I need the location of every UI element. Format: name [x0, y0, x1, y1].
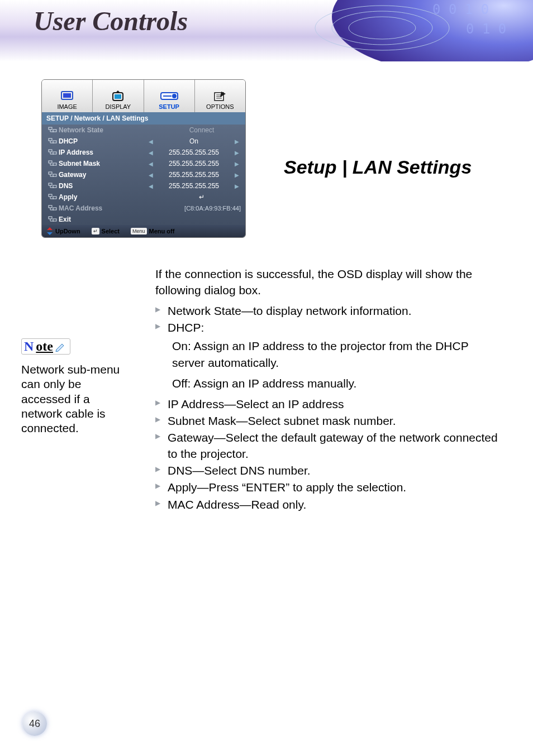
- svg-rect-22: [53, 152, 56, 154]
- tab-label: DISPLAY: [106, 103, 131, 110]
- row-icon: [46, 160, 59, 168]
- row-label: MAC Address: [59, 204, 151, 212]
- row-label: Subnet Mask: [59, 160, 147, 168]
- osd-row[interactable]: IP Address◀255.255.255.255▶: [42, 147, 245, 158]
- svg-text:0 1 0: 0 1 0: [466, 21, 506, 37]
- svg-rect-24: [53, 163, 56, 165]
- footer-updown: UpDown: [55, 228, 80, 235]
- osd-row[interactable]: Exit: [42, 214, 245, 225]
- osd-body: Network StateConnectDHCP◀On▶IP Address◀2…: [42, 125, 245, 225]
- list-item: Gateway—Select the default gateway of th…: [155, 430, 499, 462]
- list-item: IP Address—Select an IP address: [155, 396, 499, 412]
- select-key-icon: ↵: [92, 228, 99, 235]
- svg-rect-9: [115, 94, 121, 99]
- arrow-right-icon[interactable]: ▶: [233, 172, 241, 178]
- svg-rect-31: [49, 205, 52, 208]
- svg-rect-26: [53, 174, 56, 176]
- row-label: DNS: [59, 182, 147, 190]
- arrow-right-icon[interactable]: ▶: [233, 150, 241, 156]
- osd-row[interactable]: MAC Address[C8:0A:A9:93:FB:44]: [42, 203, 245, 214]
- row-icon: [46, 171, 59, 179]
- svg-rect-17: [49, 127, 52, 130]
- svg-rect-21: [49, 150, 52, 152]
- osd-breadcrumb: SETUP / Network / LAN Settings: [42, 112, 245, 125]
- menu-key-icon: Menu: [131, 228, 147, 235]
- svg-rect-30: [53, 197, 56, 199]
- list-item: Subnet Mask—Select subnet mask number.: [155, 413, 499, 429]
- page-title: User Controls: [34, 6, 188, 36]
- arrow-right-icon[interactable]: ▶: [233, 183, 241, 189]
- tab-label: OPTIONS: [206, 103, 234, 110]
- note-box: Note Network sub-menu can only be access…: [21, 338, 133, 514]
- osd-row[interactable]: Apply↵: [42, 192, 245, 203]
- row-icon: [46, 137, 59, 145]
- list-item: Network State—to display network informa…: [155, 303, 499, 319]
- svg-rect-32: [53, 208, 56, 210]
- tab-options[interactable]: OPTIONS: [195, 80, 245, 112]
- row-value: [C8:0A:A9:93:FB:44]: [151, 205, 241, 212]
- note-text: Network sub-menu can only be accessed if…: [21, 362, 133, 436]
- row-value: 255.255.255.255: [155, 182, 233, 190]
- row-value: ↵: [163, 193, 241, 201]
- row-value: 255.255.255.255: [155, 160, 233, 168]
- note-label: Note: [21, 338, 70, 355]
- arrow-left-icon[interactable]: ◀: [147, 138, 155, 145]
- footer-menuoff: Menu off: [149, 228, 175, 235]
- row-icon: [46, 182, 59, 190]
- page-number: 46: [22, 711, 47, 736]
- pencil-icon: [55, 342, 66, 352]
- osd-row[interactable]: Network StateConnect: [42, 125, 245, 136]
- svg-rect-20: [53, 141, 56, 143]
- svg-rect-34: [53, 219, 56, 221]
- arrow-left-icon[interactable]: ◀: [147, 150, 155, 156]
- list-item: DNS—Select DNS number.: [155, 463, 499, 479]
- list-item: MAC Address—Read only.: [155, 497, 499, 513]
- arrow-right-icon[interactable]: ▶: [233, 138, 241, 145]
- tab-display[interactable]: DISPLAY: [93, 80, 144, 112]
- row-value: Connect: [163, 126, 241, 134]
- svg-rect-25: [49, 172, 52, 174]
- svg-rect-18: [53, 130, 56, 132]
- header-band: User Controls 0 0 1 0 0 1 0: [0, 0, 533, 61]
- row-icon: [46, 149, 59, 156]
- osd-tab-row: IMAGE DISPLAY SETUP OPTIONS: [42, 80, 245, 112]
- header-decoration: 0 0 1 0 0 1 0: [276, 0, 533, 61]
- list-item: Apply—Press “ENTER” to apply the selecti…: [155, 480, 499, 495]
- tab-image[interactable]: IMAGE: [42, 80, 93, 112]
- arrow-left-icon[interactable]: ◀: [147, 183, 155, 189]
- svg-point-12: [172, 94, 177, 98]
- setup-icon: [160, 89, 178, 103]
- options-icon: [213, 89, 227, 103]
- arrow-left-icon[interactable]: ◀: [147, 172, 155, 178]
- osd-panel: IMAGE DISPLAY SETUP OPTIONS SETUP / Netw…: [41, 79, 246, 238]
- row-value: On: [155, 137, 233, 145]
- osd-row[interactable]: DNS◀255.255.255.255▶: [42, 180, 245, 192]
- row-label: Gateway: [59, 171, 147, 179]
- arrow-left-icon[interactable]: ◀: [147, 161, 155, 167]
- section-title: Setup | LAN Settings: [284, 156, 472, 178]
- osd-footer: UpDown ↵ Select Menu Menu off: [42, 225, 245, 237]
- tab-label: SETUP: [159, 103, 179, 110]
- svg-text:0 0 1 0: 0 0 1 0: [432, 2, 489, 17]
- footer-select: Select: [102, 228, 120, 235]
- osd-row[interactable]: DHCP◀On▶: [42, 136, 245, 147]
- osd-row[interactable]: Subnet Mask◀255.255.255.255▶: [42, 158, 245, 169]
- svg-rect-7: [63, 93, 71, 98]
- tab-label: IMAGE: [57, 103, 77, 110]
- osd-row[interactable]: Gateway◀255.255.255.255▶: [42, 169, 245, 180]
- svg-rect-33: [49, 217, 52, 219]
- content: If the connection is successful, the OSD…: [155, 266, 499, 514]
- updown-icon: [46, 227, 53, 235]
- dhcp-on-text: On: Assign an IP address to the projecto…: [155, 338, 499, 371]
- svg-rect-23: [49, 161, 52, 163]
- tab-setup[interactable]: SETUP: [144, 80, 195, 112]
- arrow-right-icon[interactable]: ▶: [233, 161, 241, 167]
- row-value: 255.255.255.255: [155, 171, 233, 179]
- row-icon: [46, 193, 59, 201]
- svg-rect-19: [49, 138, 52, 141]
- row-value: 255.255.255.255: [155, 149, 233, 156]
- monitor-icon: [61, 89, 73, 103]
- row-icon: [46, 216, 59, 223]
- row-label: DHCP: [59, 137, 147, 145]
- dhcp-off-text: Off: Assign an IP address manually.: [155, 375, 499, 391]
